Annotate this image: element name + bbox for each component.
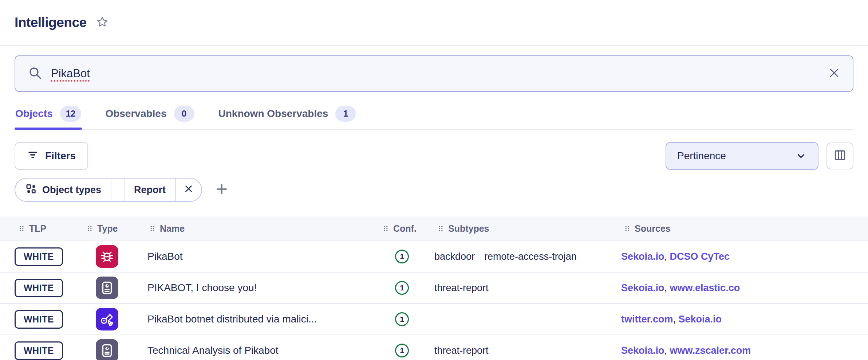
confidence-badge: 1 [395,281,409,295]
toolbar: Filters Pertinence [15,142,853,170]
subtypes-cell: threat-report [433,345,621,356]
tab-count-badge: 1 [335,106,356,122]
source-separator: , [673,314,679,325]
column-header-subtypes[interactable]: Subtypes [433,223,621,234]
tab-objects[interactable]: Objects 12 [15,101,82,129]
tlp-badge: WHITE [15,310,63,329]
object-name: Technical Analysis of Pikabot [147,345,382,356]
filter-icon [27,149,39,163]
source-separator: , [664,251,670,262]
remove-filter-button[interactable] [175,179,201,201]
table-row[interactable]: WHITE PIKABOT, I choose you! 1 threat-re… [0,273,868,304]
sources-cell: Sekoia.io, www.elastic.co [621,282,868,294]
search-icon [28,66,42,82]
confidence-badge: 1 [395,312,409,326]
report-icon [96,339,118,360]
drag-handle-icon[interactable] [19,223,24,234]
filter-chip-operator[interactable] [111,179,124,201]
tab-label: Observables [105,108,166,120]
subtype-label: remote-access-trojan [484,251,577,262]
page-header: Intelligence [0,0,868,46]
source-separator: , [664,282,670,293]
table-row[interactable]: WHITE PikaBot 1 backdoorremote-access-tr… [0,241,868,273]
column-label: Subtypes [448,223,489,234]
search-input[interactable]: PikaBot [51,67,90,80]
source-link[interactable]: www.elastic.co [670,282,740,293]
filter-value-label: Report [134,184,166,196]
table-row[interactable]: WHITE PikaBot botnet distributed via mal… [0,304,868,335]
source-link[interactable]: Sekoia.io [679,314,722,325]
table-body: WHITE PikaBot 1 backdoorremote-access-tr… [0,241,868,360]
campaign-icon [96,308,118,330]
close-icon [828,67,840,81]
source-link[interactable]: Sekoia.io [621,345,664,356]
source-link[interactable]: www.zscaler.com [670,345,751,356]
filters-button[interactable]: Filters [15,142,88,170]
tab-count-badge: 0 [174,106,194,122]
column-label: Conf. [393,223,417,234]
tabs-bar: Objects 12 Observables 0 Unknown Observa… [15,101,853,130]
filters-label: Filters [45,150,76,162]
filter-chip-object-types: Object types Report [15,178,202,202]
plus-icon [214,182,229,198]
filter-chip-value[interactable]: Report [124,179,175,201]
tlp-badge: WHITE [15,279,63,297]
source-link[interactable]: Sekoia.io [621,251,664,262]
tab-label: Unknown Observables [218,108,328,120]
column-header-conf[interactable]: Conf. [382,223,433,234]
tlp-badge: WHITE [15,247,63,266]
table-row[interactable]: WHITE Technical Analysis of Pikabot 1 th… [0,335,868,360]
source-link[interactable]: Sekoia.io [621,282,664,293]
column-label: Name [160,223,185,234]
column-header-sources[interactable]: Sources [621,223,868,234]
page-title: Intelligence [15,15,87,30]
column-header-type[interactable]: Type [87,223,147,234]
drag-handle-icon[interactable] [438,223,443,234]
column-label: Sources [635,223,671,234]
subtype-label: threat-report [434,282,489,294]
clear-search-button[interactable] [828,67,840,81]
column-header-tlp[interactable]: TLP [15,223,87,234]
column-label: Type [97,223,118,234]
source-separator: , [664,345,670,356]
source-link[interactable]: twitter.com [621,314,673,325]
tlp-badge: WHITE [15,341,63,360]
malware-icon [96,245,118,268]
drag-handle-icon[interactable] [383,223,388,234]
subtypes-cell: backdoorremote-access-trojan [433,251,621,262]
report-icon [96,277,118,299]
sort-selected-value: Pertinence [677,150,726,162]
column-label: TLP [29,223,46,234]
confidence-badge: 1 [395,344,409,357]
subtype-label: threat-report [434,345,489,356]
table-header: TLP Type Name Conf. Subtypes [0,216,868,241]
source-link[interactable]: DCSO CyTec [670,251,730,262]
column-header-name[interactable]: Name [147,223,382,234]
sort-select[interactable]: Pertinence [666,142,818,170]
object-name: PIKABOT, I choose you! [147,282,382,294]
tab-count-badge: 12 [60,106,82,122]
drag-handle-icon[interactable] [87,223,92,234]
tab-observables[interactable]: Observables 0 [104,101,195,129]
confidence-badge: 1 [395,250,409,263]
sources-cell: twitter.com, Sekoia.io [621,314,868,325]
drag-handle-icon[interactable] [150,223,155,234]
object-name: PikaBot [147,251,382,262]
star-icon [96,16,108,30]
object-name: PikaBot botnet distributed via malici... [147,313,382,325]
object-types-grid-icon [25,183,36,197]
columns-icon [833,148,847,164]
results-table: TLP Type Name Conf. Subtypes [0,216,868,360]
tab-unknown-observables[interactable]: Unknown Observables 1 [218,101,357,129]
columns-settings-button[interactable] [826,142,853,169]
drag-handle-icon[interactable] [625,223,630,234]
subtype-label: backdoor [434,251,475,262]
add-filter-button[interactable] [214,182,229,198]
chevron-down-icon [795,150,807,162]
active-filters-row: Object types Report [15,178,853,202]
favorite-star-button[interactable] [96,16,108,30]
sources-cell: Sekoia.io, DCSO CyTec [621,251,868,262]
filter-category-label: Object types [42,184,101,196]
search-bar[interactable]: PikaBot [15,55,853,92]
filter-chip-category[interactable]: Object types [15,179,111,201]
